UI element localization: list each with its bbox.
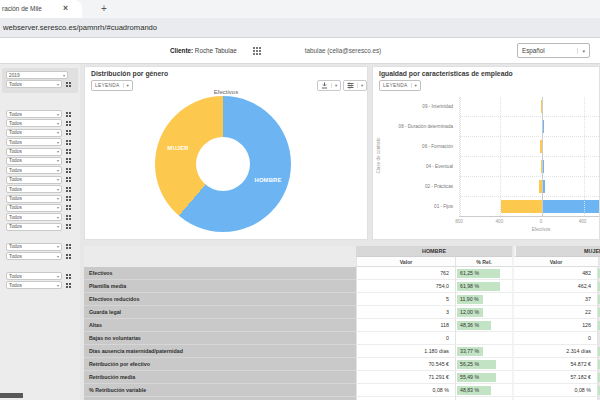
table-row[interactable]: % Retribución variable 0,08 % 48,83 % 0,…	[84, 384, 600, 397]
apps-grid-icon[interactable]	[253, 47, 255, 49]
grid-icon[interactable]	[66, 274, 68, 276]
filter-select[interactable]: Todos ▾	[6, 110, 62, 118]
table-row[interactable]: Guarda legal 3 12,00 % 22	[84, 306, 600, 319]
filter-select[interactable]: Todos ▾	[6, 281, 62, 289]
grid-icon[interactable]	[66, 168, 68, 170]
chevron-down-icon: ▾	[57, 130, 59, 135]
table-row[interactable]: Días ausencia maternidad/paternidad 1.18…	[84, 345, 600, 358]
bar-hombre[interactable]	[543, 180, 545, 193]
filter-row: Todos ▾	[6, 252, 68, 260]
row-label: Retribución media	[84, 371, 356, 384]
panel-equality-by-contract: Igualdad por características de empleado…	[372, 66, 600, 240]
table-row[interactable]: Bajas no voluntarias 0 0	[84, 332, 600, 345]
table-row[interactable]: Plantilla media 754,0 61,98 % 462,4	[84, 280, 600, 293]
filter-select[interactable]: Todos ▾	[6, 138, 62, 146]
chevron-down-icon: ▾	[57, 149, 59, 154]
grid-icon[interactable]	[66, 149, 68, 151]
chart-subtitle: Efectivos	[85, 89, 367, 95]
hombre-rel: 48,83 %	[455, 384, 512, 397]
bar-hombre[interactable]	[543, 120, 544, 133]
mujer-valor: 0,08 %	[512, 384, 598, 397]
filter-select[interactable]: Todos ▾	[6, 119, 62, 127]
filter-select[interactable]: Todos ▾	[6, 176, 62, 184]
url-bar[interactable]: webserver.seresco.es/pamnrh/#cuadromando	[0, 18, 600, 38]
bar-hombre[interactable]	[543, 200, 600, 213]
row-label: Retribución por efectivo	[84, 358, 356, 371]
filter-select[interactable]: Todos ▾	[6, 166, 62, 174]
filter-select[interactable]: Todos ▾	[6, 148, 62, 156]
filter-select[interactable]: Todos ▾	[6, 213, 62, 221]
chevron-down-icon: ▾	[57, 283, 59, 288]
table-row[interactable]: Retribución media 71.291 € 55,49 % 57.18…	[84, 371, 600, 384]
filter-row: Todos ▾	[6, 223, 68, 231]
browser-tab[interactable]: ración de Mile ×	[0, 0, 82, 18]
grid-icon[interactable]	[66, 121, 68, 123]
pie-label-hombre: HOMBRE	[255, 177, 282, 183]
bar-plot-area[interactable]	[459, 97, 600, 217]
row-label: Plantilla media	[84, 280, 356, 293]
subheader-valor-hombre: Valor	[356, 257, 455, 267]
filter-select[interactable]: Todos ▾	[6, 157, 62, 165]
language-select[interactable]: Español ▾	[517, 43, 590, 58]
chevron-down-icon: ▾	[57, 187, 59, 192]
bar-hombre[interactable]	[543, 160, 544, 173]
filter-select[interactable]: Todos ▾	[6, 185, 62, 193]
hombre-valor: 3	[356, 306, 455, 319]
grid-icon[interactable]	[66, 205, 68, 207]
subheader-valor-mujer: Valor	[512, 257, 598, 267]
mujer-valor: 462,4	[512, 280, 598, 293]
grid-icon[interactable]	[66, 244, 68, 246]
table-row[interactable]: Efectivos 762 61,25 % 482	[84, 267, 600, 280]
bar-mujer[interactable]	[501, 200, 542, 213]
filter-select[interactable]: Todos ▾	[6, 204, 62, 212]
filter-select[interactable]: Todos ▾	[6, 252, 62, 260]
grid-icon[interactable]	[66, 130, 68, 132]
mujer-valor: 2.314 días	[512, 345, 598, 358]
grid-icon[interactable]	[66, 196, 68, 198]
horizontal-scrollbar-thumb[interactable]	[0, 393, 23, 398]
hombre-valor: 70.545 €	[356, 358, 455, 371]
rel-badge: 12,00 %	[457, 308, 483, 317]
grid-icon[interactable]	[66, 224, 68, 226]
filter-select[interactable]: Todos ▾	[6, 243, 62, 251]
filter-row: Todos ▾	[6, 243, 68, 251]
filter-select[interactable]: Todos ▾	[6, 129, 62, 137]
x-axis-tick: 400	[489, 219, 509, 224]
grid-icon[interactable]	[66, 187, 68, 189]
table-row[interactable]: Altas 118 48,36 % 126	[84, 319, 600, 332]
close-icon[interactable]: ×	[63, 0, 68, 18]
column-group-hombre: HOMBRE	[356, 246, 512, 257]
filter-select[interactable]: Todos ▾	[6, 272, 62, 280]
grid-icon[interactable]	[66, 283, 68, 285]
legend-dropdown[interactable]: LEYENDA ▾	[379, 80, 421, 91]
column-group-mujer: MUJER	[514, 246, 600, 257]
chevron-down-icon: ▾	[411, 83, 417, 88]
filters-sidebar: 2019 ▾ Todos ▾ Todos ▾ Todos ▾ Todos ▾ T…	[0, 64, 80, 400]
bar-category-label: 02 - Prácticas	[377, 177, 453, 197]
donut-chart[interactable]	[155, 96, 291, 232]
table-row[interactable]: Retribución por efectivo 70.545 € 56,25 …	[84, 358, 600, 371]
hombre-rel: 33,77 %	[455, 345, 512, 358]
grid-icon[interactable]	[66, 215, 68, 217]
row-label: % Retribución variable	[84, 384, 356, 397]
hombre-rel: 11,90 %	[455, 293, 512, 306]
filter-select[interactable]: Todos ▾	[6, 80, 62, 88]
grid-icon[interactable]	[66, 82, 68, 84]
x-axis-tick: 0	[531, 219, 551, 224]
filter-row: Todos ▾	[6, 148, 68, 156]
client-name: Roche Tabulae	[195, 47, 237, 54]
grid-icon[interactable]	[66, 254, 68, 256]
table-row[interactable]: Efectivos reducidos 5 11,90 % 37	[84, 293, 600, 306]
filter-select[interactable]: Todos ▾	[6, 223, 62, 231]
grid-icon[interactable]	[66, 140, 68, 142]
subheader-rel-hombre: % Rel.	[455, 257, 512, 267]
filter-select[interactable]: 2019 ▾	[6, 71, 68, 79]
rel-badge: 61,25 %	[457, 269, 500, 278]
grid-icon[interactable]	[66, 112, 68, 114]
filter-row: Todos ▾	[6, 80, 74, 88]
row-label: Guarda legal	[84, 306, 356, 319]
new-tab-button[interactable]: +	[101, 0, 107, 18]
grid-icon[interactable]	[66, 177, 68, 179]
filter-select[interactable]: Todos ▾	[6, 195, 62, 203]
grid-icon[interactable]	[66, 158, 68, 160]
